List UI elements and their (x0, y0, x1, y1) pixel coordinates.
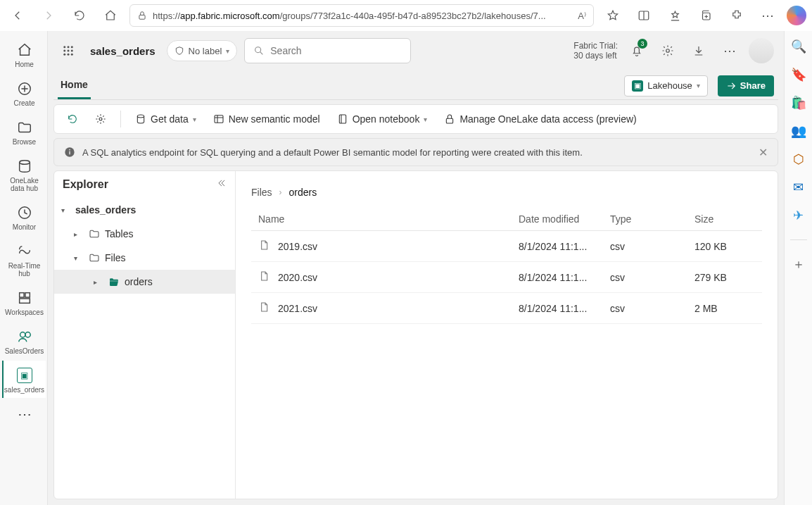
home-browser-button[interactable] (99, 4, 122, 27)
open-notebook-button[interactable]: Open notebook ▾ (331, 111, 433, 127)
file-icon (258, 301, 269, 315)
share-button[interactable]: Share (718, 75, 774, 96)
file-table: Name Date modified Type Size 2019.csv8/1… (251, 208, 762, 324)
chevron-right-icon: ▸ (94, 278, 103, 286)
sidebar-outlook-icon[interactable]: ✉ (790, 179, 807, 196)
file-icon (258, 270, 269, 284)
explorer-title: Explorer (63, 178, 108, 191)
more-browser-icon[interactable]: ⋯ (756, 4, 780, 27)
database-icon (135, 113, 146, 125)
svg-point-18 (68, 54, 70, 56)
sidebar-office-icon[interactable]: ⬡ (790, 151, 807, 168)
tree-tables[interactable]: ▸ Tables (54, 222, 235, 246)
tab-home[interactable]: Home (58, 72, 91, 99)
settings-button[interactable] (656, 39, 680, 63)
nav-create[interactable]: Create (2, 74, 46, 111)
table-row[interactable]: 2019.csv8/1/2024 11:1...csv120 KB (251, 231, 762, 262)
access-icon (444, 113, 455, 125)
svg-point-13 (71, 46, 73, 48)
table-row[interactable]: 2021.csv8/1/2024 11:1...csv2 MB (251, 293, 762, 324)
chevron-down-icon: ▾ (193, 116, 196, 123)
back-button[interactable] (6, 4, 30, 27)
nav-monitor[interactable]: Monitor (2, 198, 46, 235)
close-info-icon[interactable]: ✕ (759, 146, 768, 159)
file-size: 2 MB (687, 293, 762, 324)
chevron-down-icon: ▾ (61, 206, 71, 214)
search-input[interactable] (270, 45, 402, 56)
chevron-right-icon: ▸ (74, 230, 84, 238)
copilot-icon[interactable] (787, 6, 806, 25)
nav-home[interactable]: Home (2, 35, 46, 73)
nav-salesorders[interactable]: SalesOrders (2, 322, 46, 359)
new-semantic-model-button[interactable]: New semantic model (208, 111, 326, 127)
model-icon (213, 113, 224, 125)
sidebar-tag-icon[interactable]: 🔖 (790, 66, 807, 83)
view-mode-dropdown[interactable]: ▣ Lakehouse ▾ (624, 75, 708, 96)
nav-onelake[interactable]: OneLake data hub (2, 151, 46, 197)
file-type: csv (603, 231, 687, 262)
app-launcher-icon[interactable] (58, 40, 79, 61)
tree-files[interactable]: ▾ Files (54, 246, 235, 270)
breadcrumb-files[interactable]: Files (251, 187, 272, 198)
download-button[interactable] (687, 39, 711, 63)
col-date[interactable]: Date modified (512, 208, 603, 231)
search-box[interactable] (244, 38, 411, 63)
notebook-icon (337, 113, 348, 125)
header-more-button[interactable]: ⋯ (718, 39, 742, 63)
file-name: 2019.csv (278, 241, 317, 252)
app-region: Home Create Browse OneLake data hub Moni… (0, 31, 784, 505)
settings-toolbar-button[interactable] (89, 111, 112, 127)
collections-icon[interactable] (694, 4, 718, 27)
home-icon (15, 41, 34, 59)
nav-browse[interactable]: Browse (2, 113, 46, 150)
address-bar[interactable]: https://app.fabric.microsoft.com/groups/… (129, 4, 594, 27)
get-data-button[interactable]: Get data ▾ (129, 111, 202, 127)
read-aloud-icon[interactable]: A⁾ (578, 11, 586, 21)
nav-realtime[interactable]: Real-Time hub (2, 237, 46, 282)
svg-point-20 (255, 47, 261, 53)
manage-onelake-button[interactable]: Manage OneLake data access (preview) (438, 111, 642, 127)
workspace-name[interactable]: sales_orders (86, 45, 160, 57)
table-row[interactable]: 2020.csv8/1/2024 11:1...csv279 KB (251, 262, 762, 293)
avatar[interactable] (749, 38, 774, 63)
file-pane: Files › orders Name Date modified Type S… (236, 171, 778, 499)
nav-workspaces[interactable]: Workspaces (2, 283, 46, 320)
favorite-icon[interactable] (601, 4, 625, 27)
refresh-button[interactable] (68, 4, 91, 27)
collapse-explorer-icon[interactable] (217, 178, 227, 191)
sidebar-shop-icon[interactable]: 🛍️ (790, 94, 807, 111)
sidebar-people-icon[interactable]: 👥 (790, 123, 807, 139)
nav-more[interactable]: ⋯ (2, 399, 46, 428)
favorites-list-icon[interactable] (663, 4, 687, 27)
forward-button[interactable] (37, 4, 61, 27)
breadcrumb-orders: orders (289, 187, 317, 198)
url-prefix: https:// (153, 11, 180, 21)
sidebar-send-icon[interactable]: ✈ (790, 207, 807, 224)
refresh-icon (67, 113, 78, 125)
tree-orders[interactable]: ▸ orders (54, 270, 235, 294)
sidebar-search-icon[interactable]: 🔍 (790, 38, 807, 55)
folder-icon (88, 252, 101, 263)
notifications-button[interactable]: 3 (625, 39, 649, 63)
breadcrumb: Files › orders (251, 181, 762, 208)
chevron-down-icon: ▾ (424, 116, 427, 123)
svg-rect-24 (215, 116, 223, 123)
svg-point-22 (99, 118, 102, 120)
sensitivity-label-pill[interactable]: No label ▾ (167, 40, 238, 61)
refresh-toolbar-button[interactable] (61, 111, 84, 127)
svg-point-17 (63, 54, 65, 56)
tab-row: Home ▣ Lakehouse ▾ Share (53, 72, 778, 100)
sidebar-add-icon[interactable]: ＋ (790, 256, 807, 273)
split-screen-icon[interactable] (632, 4, 656, 27)
folder-icon (88, 228, 101, 239)
nav-sales-orders-lakehouse[interactable]: ▣ sales_orders (2, 361, 46, 398)
extensions-icon[interactable] (725, 4, 749, 27)
col-type[interactable]: Type (603, 208, 687, 231)
explorer-pane: Explorer ▾ sales_orders ▸ Tables (54, 171, 236, 499)
col-size[interactable]: Size (687, 208, 762, 231)
col-name[interactable]: Name (251, 208, 512, 231)
tree-root[interactable]: ▾ sales_orders (54, 198, 235, 222)
browser-chrome: https://app.fabric.microsoft.com/groups/… (0, 0, 812, 31)
svg-rect-7 (25, 293, 29, 297)
trial-status[interactable]: Fabric Trial: 30 days left (573, 41, 618, 61)
